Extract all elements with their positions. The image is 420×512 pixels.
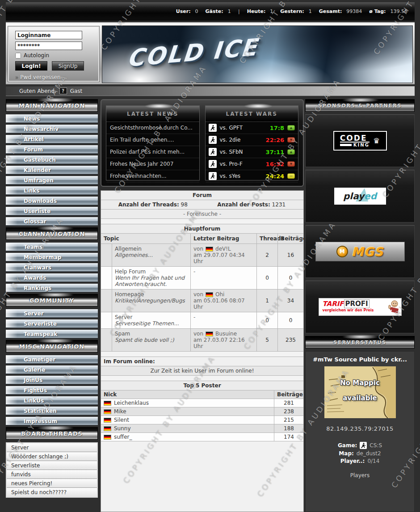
post-count: 235: [277, 329, 303, 351]
forum-search-link[interactable]: - Forensuche -: [101, 210, 303, 219]
forum-row-allgemein[interactable]: AllgemeinAllgemeines... vondeV!Lam 29.07…: [101, 244, 303, 267]
news-link[interactable]: Polizei darf PCs nicht meh...: [106, 146, 199, 158]
forum-row-server[interactable]: ServerServerseitige Themen... - 0 0: [101, 312, 303, 329]
players-link[interactable]: Players: [306, 472, 414, 478]
password-forgotten-link[interactable]: »Pwd vergessen: [15, 74, 99, 80]
poster-nick[interactable]: Silent: [114, 417, 129, 423]
news-link[interactable]: Gesichtsthrombose durch Co...: [106, 122, 199, 134]
sidebar-item-impressum[interactable]: Impressum: [6, 417, 98, 425]
sponsor-mgs[interactable]: M MGS: [305, 225, 415, 278]
played-text-teal: ed: [364, 191, 377, 201]
center-column: LATEST NEWS Gesichtsthrombose durch Co..…: [101, 99, 304, 512]
sidebar-item-linkus[interactable]: LinkUs: [6, 396, 98, 405]
sidebar-item-news[interactable]: News: [6, 114, 98, 123]
last-post-user[interactable]: deV!L: [215, 246, 231, 252]
news-link[interactable]: Ein Trail durfte gehen....: [106, 134, 199, 146]
sidebar-item-joinus[interactable]: JoinUs: [6, 376, 98, 384]
forum-icon-cell: [101, 244, 112, 266]
sidebar-item-fightus[interactable]: FightUs: [6, 386, 98, 394]
sidebar-item-forum[interactable]: Forum: [6, 145, 98, 154]
sponsor-played[interactable]: play ed: [305, 170, 415, 222]
germany-flag-icon: [206, 247, 213, 252]
signup-button[interactable]: SignUp: [52, 61, 84, 71]
top5-row[interactable]: Leichenklaus 281: [101, 399, 303, 407]
cs-player-icon: [360, 442, 367, 449]
sidebar-item-artikel[interactable]: Artikel: [6, 135, 98, 143]
sidebar-item-serverliste[interactable]: Serverliste: [6, 319, 98, 328]
board-thread-link[interactable]: Spielst du noch?????: [7, 488, 97, 497]
poster-nick[interactable]: Leichenklaus: [114, 400, 149, 406]
username-input[interactable]: [15, 31, 82, 39]
forum-row-homepage[interactable]: HomepageKritiken/Anregungen/Bugs vonOhia…: [101, 290, 303, 312]
war-result-row[interactable]: vs. Pro-F 16:32 ▼: [206, 158, 298, 170]
sidebar-item-newsarchiv[interactable]: Newsarchiv: [6, 125, 98, 133]
sidebar-item-umfragen[interactable]: Umfragen: [6, 176, 98, 185]
empty-area: [101, 441, 303, 512]
forum-desc: Kritiken/Anregungen/Bugs: [115, 298, 188, 304]
war-result-row[interactable]: vs. sYes 24:24 —: [206, 170, 298, 182]
sidebar-item-downloads[interactable]: Downloads: [6, 197, 98, 205]
sidebar-item-clanwars[interactable]: Clanwars: [6, 263, 98, 272]
main-navigation-header: MAIN NAVIGATION: [6, 99, 98, 112]
login-button[interactable]: LogIn!: [15, 61, 47, 71]
server-map-row: Map: de_dust2: [306, 450, 414, 457]
war-result-row[interactable]: vs. GPFT 17:8 ▲: [206, 122, 298, 134]
result-up-icon: ▲: [287, 125, 295, 130]
war-score: 22:26: [266, 137, 284, 143]
board-thread-link[interactable]: Wööörder schlange ;): [7, 452, 97, 461]
sidebar-item-kalender[interactable]: Kalender: [6, 166, 98, 174]
poster-nick[interactable]: Sunny: [114, 425, 131, 432]
sidebar-item-membermap[interactable]: Membermap: [6, 253, 98, 261]
last-post-date: am 27.03.07 22:16 Uhr: [193, 337, 254, 349]
news-link[interactable]: Frohe Weihnachten...: [106, 170, 199, 182]
sidebar-item-teamspeak[interactable]: Teamspeak: [6, 330, 98, 338]
column-topic: Topic: [101, 234, 190, 243]
last-post-user[interactable]: Ohi: [215, 291, 224, 298]
forum-desc: Serverseitige Themen...: [115, 320, 188, 327]
sidebar-item-userliste[interactable]: Userliste: [6, 207, 98, 215]
post-count: 0: [277, 267, 303, 289]
sidebar-item-awards[interactable]: Awards: [6, 273, 98, 282]
board-thread-link[interactable]: Server: [7, 443, 97, 452]
poster-nick[interactable]: suffer_: [114, 434, 132, 440]
war-opponent: vs. GPFT: [220, 125, 243, 131]
sidebar-item-server[interactable]: Server: [6, 309, 98, 318]
board-threads-list: Server Wööörder schlange ;) Serverliste …: [6, 442, 98, 498]
war-score: 17:8: [270, 125, 284, 131]
war-result-row[interactable]: vs. 2die 22:26 ▼: [206, 134, 298, 146]
top5-row[interactable]: Sunny 188: [101, 424, 303, 433]
top5-row[interactable]: Mike 238: [101, 407, 303, 416]
sidebar-item-galerie[interactable]: Galerie: [6, 365, 98, 374]
last-post-user[interactable]: Busuine: [215, 331, 237, 337]
sidebar-item-gaestebuch[interactable]: Gästebuch: [6, 155, 98, 164]
sponsor-tarifprofi[interactable]: TARIFPROFI vergleichen wir den Preis: [305, 281, 415, 333]
password-input[interactable]: [15, 42, 82, 50]
sidebar-item-glossar[interactable]: Glossar: [6, 217, 98, 226]
sidebar-item-links[interactable]: Links: [6, 186, 98, 195]
board-thread-link[interactable]: neues Piercing!: [7, 479, 97, 488]
von-label: von: [193, 331, 203, 337]
war-result-row[interactable]: vs. SFbN 37:11 ▲: [206, 146, 298, 158]
cs-player-icon: [209, 124, 217, 132]
news-link[interactable]: Frohes Neues Jahr 2007: [106, 158, 199, 170]
sidebar-item-rankings[interactable]: Rankings: [6, 284, 98, 292]
forum-desc: Allgemeines...: [115, 252, 188, 258]
forum-online-message: Zur Zeit ist kein User im Forum online!: [101, 366, 303, 376]
von-label: von: [193, 246, 203, 252]
forum-row-help[interactable]: Help ForumWenn Ihr Fragen habt und Antwo…: [101, 267, 303, 290]
top5-row[interactable]: suffer_ 174: [101, 433, 303, 441]
codeking-logo: CODE KING ♛: [333, 131, 387, 151]
profi-text: PROFI: [344, 299, 370, 308]
community-header: COMMUNITY: [6, 294, 98, 306]
sidebar-item-statistiken[interactable]: Statistiken: [6, 407, 98, 415]
post-count: 34: [277, 290, 303, 312]
top5-row[interactable]: Silent 215: [101, 416, 303, 424]
board-thread-link[interactable]: Serverliste: [7, 461, 97, 470]
forum-row-spam[interactable]: SpamSpamt die bude voll ;) vonBusuineam …: [101, 329, 303, 352]
sponsor-codeking[interactable]: CODE KING ♛: [305, 114, 415, 167]
autologin-checkbox[interactable]: [15, 53, 21, 59]
board-thread-link[interactable]: funvids: [7, 470, 97, 479]
poster-nick[interactable]: Mike: [114, 408, 126, 415]
sidebar-item-teams[interactable]: Teams: [6, 243, 98, 251]
sidebar-item-gametiger[interactable]: Gametiger: [6, 355, 98, 364]
